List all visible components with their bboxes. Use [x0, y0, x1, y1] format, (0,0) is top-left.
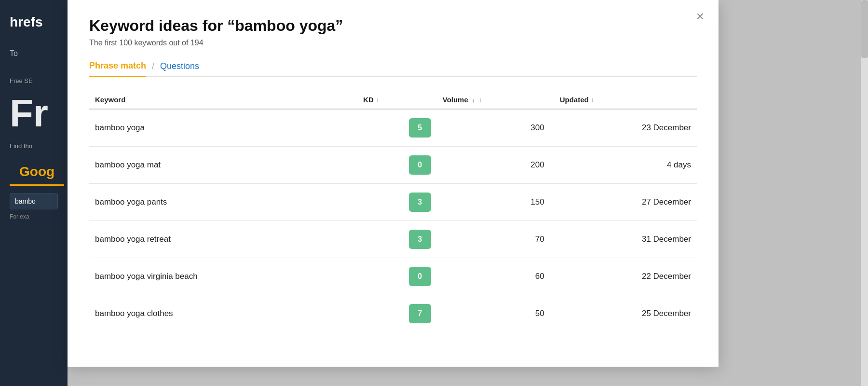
sidebar-fr-text: Fr: [0, 89, 68, 138]
sidebar-find-text: Find tho: [0, 138, 68, 154]
modal-title: Keyword ideas for “bamboo yoga”: [89, 17, 697, 35]
updated-info-icon: i: [592, 97, 593, 103]
cell-keyword: bamboo yoga mat: [89, 147, 357, 184]
cell-kd: 0: [357, 147, 437, 184]
cell-keyword: bamboo yoga retreat: [89, 221, 357, 258]
volume-info-icon: i: [480, 97, 481, 103]
sidebar-keyword-input[interactable]: bambo: [10, 193, 58, 209]
sidebar-tab[interactable]: To: [0, 44, 68, 63]
kd-badge: 0: [409, 267, 431, 286]
tab-phrase-match[interactable]: Phrase match: [89, 61, 146, 77]
sidebar-free-seo: Free SE: [0, 72, 68, 89]
close-button[interactable]: ×: [696, 10, 704, 23]
modal-dialog: × Keyword ideas for “bamboo yoga” The fi…: [68, 0, 719, 367]
cell-keyword: bamboo yoga virginia beach: [89, 258, 357, 295]
cell-updated: 23 December: [554, 109, 697, 147]
cell-updated: 31 December: [554, 221, 697, 258]
table-row: bamboo yoga pants 3 150 27 December: [89, 184, 697, 221]
table-row: bamboo yoga 5 300 23 December: [89, 109, 697, 147]
sidebar-example-label: For exa: [0, 209, 68, 224]
cell-volume: 300: [437, 109, 554, 147]
sidebar-logo: hrefs: [0, 10, 68, 35]
cell-keyword: bamboo yoga pants: [89, 184, 357, 221]
cell-kd: 3: [357, 184, 437, 221]
cell-updated: 22 December: [554, 258, 697, 295]
table-row: bamboo yoga mat 0 200 4 days: [89, 147, 697, 184]
table-header-row: Keyword KD i Volume ↓ i Updated i: [89, 91, 697, 109]
cell-volume: 200: [437, 147, 554, 184]
cell-kd: 3: [357, 221, 437, 258]
cell-keyword: bamboo yoga clothes: [89, 295, 357, 332]
scrollbar-track[interactable]: [861, 0, 868, 386]
modal-overlay: × Keyword ideas for “bamboo yoga” The fi…: [68, 0, 868, 386]
col-header-volume: Volume ↓ i: [437, 91, 554, 109]
col-header-updated: Updated i: [554, 91, 697, 109]
tab-questions[interactable]: Questions: [160, 61, 199, 76]
kd-badge: 7: [409, 304, 431, 323]
kd-badge: 3: [409, 193, 431, 212]
kd-badge: 0: [409, 155, 431, 175]
cell-updated: 27 December: [554, 184, 697, 221]
cell-keyword: bamboo yoga: [89, 109, 357, 147]
table-row: bamboo yoga virginia beach 0 60 22 Decem…: [89, 258, 697, 295]
col-header-keyword: Keyword: [89, 91, 357, 109]
tab-separator: /: [152, 61, 154, 76]
sidebar-goog-label[interactable]: Goog: [10, 159, 64, 186]
sidebar: hrefs To Free SE Fr Find tho Goog bambo …: [0, 0, 68, 386]
cell-kd: 7: [357, 295, 437, 332]
cell-updated: 25 December: [554, 295, 697, 332]
cell-volume: 150: [437, 184, 554, 221]
tabs-bar: Phrase match / Questions: [89, 61, 697, 77]
cell-updated: 4 days: [554, 147, 697, 184]
cell-volume: 50: [437, 295, 554, 332]
cell-volume: 70: [437, 221, 554, 258]
kd-badge: 3: [409, 230, 431, 249]
table-row: bamboo yoga clothes 7 50 25 December: [89, 295, 697, 332]
modal-subtitle: The first 100 keywords out of 194: [89, 39, 697, 47]
cell-volume: 60: [437, 258, 554, 295]
main-area: × Keyword ideas for “bamboo yoga” The fi…: [68, 0, 868, 386]
cell-kd: 0: [357, 258, 437, 295]
kd-info-icon: i: [377, 97, 378, 103]
scrollbar-thumb[interactable]: [861, 0, 868, 58]
cell-kd: 5: [357, 109, 437, 147]
col-header-kd: KD i: [357, 91, 437, 109]
table-row: bamboo yoga retreat 3 70 31 December: [89, 221, 697, 258]
kd-badge: 5: [409, 118, 431, 138]
keywords-table: Keyword KD i Volume ↓ i Updated i: [89, 91, 697, 332]
